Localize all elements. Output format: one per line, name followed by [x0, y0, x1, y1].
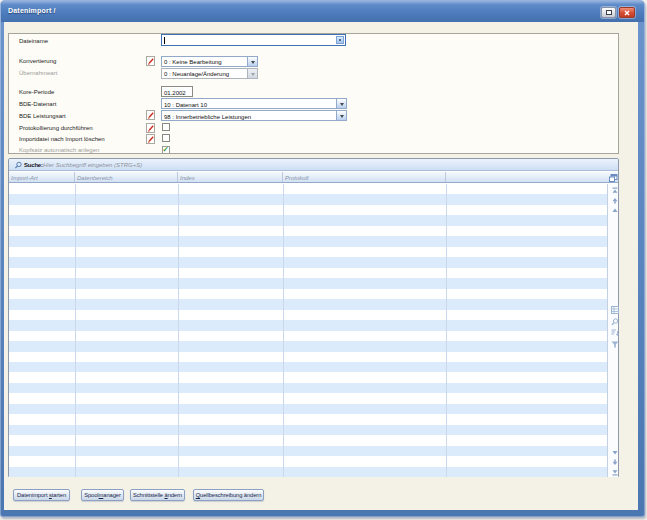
search-placeholder: Hier Suchbegriff eingeben (STRG+S)	[43, 162, 142, 168]
dateiname-input[interactable]	[161, 34, 346, 46]
kore-periode-value: 01.2002	[164, 90, 186, 96]
window-title: Datenimport /	[8, 7, 56, 14]
table-row[interactable]	[9, 425, 607, 435]
importdatei-checkbox[interactable]	[162, 134, 170, 142]
table-row[interactable]	[9, 215, 607, 225]
quellbeschreibung-aendern-button[interactable]: Quellbeschreibung ändern	[193, 489, 264, 501]
row-down-icon[interactable]	[611, 448, 619, 456]
table-row[interactable]	[9, 341, 607, 351]
table-row[interactable]	[9, 320, 607, 330]
datenimport-starten-button[interactable]: Datenimport starten	[13, 489, 70, 501]
importdatei-edit-button[interactable]	[146, 134, 155, 144]
protokollierung-label: Protokollierung durchführen	[19, 125, 93, 131]
column-header-protokoll[interactable]: Protokoll	[283, 172, 446, 182]
schnittstelle-aendern-button[interactable]: Schnittstelle ändern	[130, 489, 185, 501]
search-icon	[14, 161, 23, 170]
table-row[interactable]	[9, 404, 607, 414]
chevron-down-icon[interactable]	[247, 57, 257, 66]
restore-button[interactable]	[601, 7, 616, 18]
konvertierung-label: Konvertierung	[19, 58, 56, 64]
kore-periode-input[interactable]: 01.2002	[161, 86, 193, 97]
table-row[interactable]	[9, 331, 607, 341]
table-row[interactable]	[9, 414, 607, 424]
konvertierung-edit-button[interactable]	[146, 56, 155, 66]
table-row[interactable]	[9, 467, 607, 477]
table-row[interactable]	[9, 194, 607, 204]
close-button[interactable]	[619, 7, 635, 18]
table-row[interactable]	[9, 310, 607, 320]
table-body	[9, 184, 607, 477]
table-row[interactable]	[9, 393, 607, 403]
side-toolbar	[607, 184, 618, 477]
bde-leistungsart-select[interactable]: 98 : Innerbetriebliche Leistungen	[161, 110, 347, 121]
column-header-datenbereich[interactable]: Datenbereich	[75, 172, 178, 182]
bde-leistungsart-value: 98 : Innerbetriebliche Leistungen	[164, 114, 251, 120]
bde-leistungsart-label: BDE Leistungsart	[19, 113, 66, 119]
bde-datenart-label: BDE-Datenart	[19, 101, 56, 107]
dateiname-label: Dateiname	[19, 38, 48, 44]
table-row[interactable]	[9, 372, 607, 382]
search-rows-icon[interactable]	[611, 318, 619, 326]
importdatei-label: Importdatei nach Import löschen	[19, 136, 105, 142]
column-header-empty[interactable]	[446, 172, 607, 182]
table-row[interactable]	[9, 226, 607, 236]
form-panel: Dateiname Konvertierung 0 : Keine Bearbe…	[8, 33, 619, 154]
table-row[interactable]	[9, 236, 607, 246]
row-up-icon[interactable]	[611, 207, 619, 215]
sort-icon[interactable]	[611, 329, 619, 337]
edit-pencil-icon	[147, 57, 155, 66]
column-chooser-button[interactable]	[607, 172, 618, 183]
table-row[interactable]	[9, 362, 607, 372]
column-header-import-art[interactable]: Import-Art	[9, 172, 75, 182]
search-bar[interactable]: Suche: Hier Suchbegriff eingeben (STRG+S…	[9, 159, 618, 171]
chevron-down-icon[interactable]	[336, 99, 346, 108]
table-row[interactable]	[9, 299, 607, 309]
protokollierung-checkbox[interactable]	[162, 123, 170, 131]
uebernahmeart-value: 0 : Neuanlage/Änderung	[164, 71, 229, 77]
column-chooser-icon	[609, 174, 618, 182]
table-header: Import-Art Datenbereich Index Protokoll	[9, 172, 607, 183]
table-row[interactable]	[9, 205, 607, 215]
results-panel: Suche: Hier Suchbegriff eingeben (STRG+S…	[8, 158, 619, 477]
bde-leistungsart-edit-button[interactable]	[146, 110, 155, 120]
table-row[interactable]	[9, 446, 607, 456]
window: Datenimport / Dateiname Konvertierung 0 …	[0, 0, 645, 517]
konvertierung-select[interactable]: 0 : Keine Bearbeitung	[161, 56, 258, 67]
grid-view-icon[interactable]	[611, 306, 619, 314]
table-row[interactable]	[9, 247, 607, 257]
scroll-to-top-icon[interactable]	[611, 187, 619, 195]
kopfsatz-checkbox: ✓	[162, 146, 170, 154]
table-row[interactable]	[9, 289, 607, 299]
page-up-icon[interactable]	[611, 197, 619, 205]
table-row[interactable]	[9, 278, 607, 288]
dateiname-spinner[interactable]	[336, 36, 344, 44]
edit-pencil-icon	[147, 124, 155, 133]
uebernahmeart-select: 0 : Neuanlage/Änderung	[161, 68, 258, 79]
spoolmanager-button[interactable]: Spoolmanager	[81, 489, 124, 501]
bde-datenart-select[interactable]: 10 : Datenart 10	[161, 98, 347, 109]
kopfsatz-label: Kopfsatz automatisch anlegen	[19, 147, 99, 153]
restore-icon	[606, 10, 612, 15]
chevron-down-icon	[247, 69, 257, 78]
column-header-index[interactable]: Index	[178, 172, 283, 182]
search-label: Suche:	[24, 162, 43, 168]
konvertierung-value: 0 : Keine Bearbeitung	[164, 59, 222, 65]
page-down-icon[interactable]	[611, 458, 619, 466]
column-separator	[75, 184, 76, 477]
protokollierung-edit-button[interactable]	[146, 123, 155, 133]
table-row[interactable]	[9, 268, 607, 278]
table-row[interactable]	[9, 184, 607, 194]
column-separator	[446, 184, 447, 477]
titlebar[interactable]: Datenimport /	[1, 1, 644, 22]
scroll-to-bottom-icon[interactable]	[611, 468, 619, 476]
table-row[interactable]	[9, 383, 607, 393]
chevron-down-icon[interactable]	[336, 111, 346, 120]
edit-pencil-icon	[147, 111, 155, 120]
table-row[interactable]	[9, 456, 607, 466]
table-row[interactable]	[9, 352, 607, 362]
filter-icon[interactable]	[611, 341, 619, 349]
table-row[interactable]	[9, 435, 607, 445]
column-separator	[283, 184, 284, 477]
table-row[interactable]	[9, 257, 607, 267]
close-icon	[624, 10, 630, 16]
